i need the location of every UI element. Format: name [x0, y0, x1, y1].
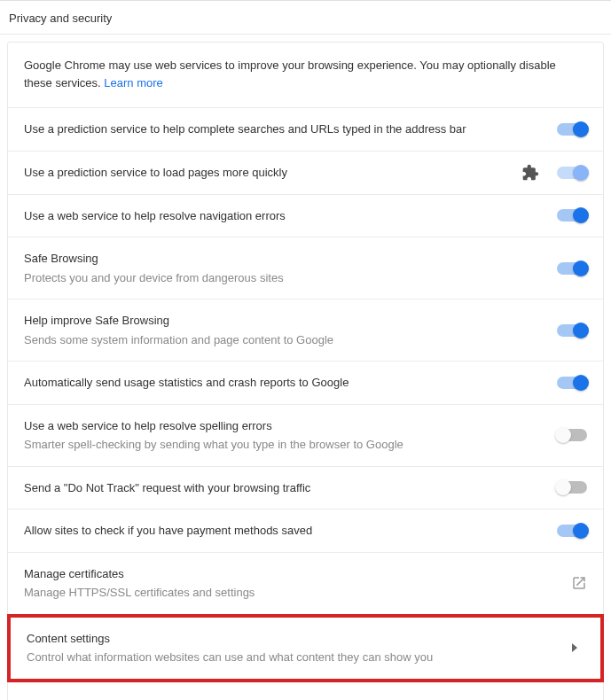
section-header: Privacy and security	[0, 0, 611, 35]
row-manage-certificates[interactable]: Manage certificates Manage HTTPS/SSL cer…	[8, 552, 603, 614]
row-spelling: Use a web service to help resolve spelli…	[8, 404, 603, 466]
row-title: Send a "Do Not Track" request with your …	[24, 479, 543, 497]
row-subtitle: Control what information websites can us…	[27, 649, 558, 666]
intro-block: Google Chrome may use web services to im…	[8, 43, 603, 107]
row-clear-browsing-data[interactable]: Clear browsing data Clear history, cooki…	[8, 682, 603, 701]
toggle-safe-browsing[interactable]	[557, 262, 587, 275]
row-improve-safe-browsing: Help improve Safe Browsing Sends some sy…	[8, 299, 603, 361]
row-subtitle: Sends some system information and page c…	[24, 331, 543, 349]
highlight-content-settings: Content settings Control what informatio…	[7, 614, 604, 682]
toggle-usage-stats[interactable]	[557, 377, 587, 389]
settings-card: Google Chrome may use web services to im…	[7, 42, 604, 700]
row-content-settings[interactable]: Content settings Control what informatio…	[11, 618, 600, 679]
row-safe-browsing: Safe Browsing Protects you and your devi…	[8, 237, 603, 299]
row-nav-errors: Use a web service to help resolve naviga…	[8, 194, 603, 237]
toggle-spelling[interactable]	[557, 429, 587, 441]
toggle-nav-errors[interactable]	[557, 209, 587, 222]
row-do-not-track: Send a "Do Not Track" request with your …	[8, 466, 603, 509]
row-prediction-pages: Use a prediction service to load pages m…	[8, 151, 603, 194]
row-title: Safe Browsing	[24, 250, 543, 268]
page-title: Privacy and security	[9, 12, 602, 25]
toggle-improve-safe-browsing[interactable]	[557, 324, 587, 337]
extension-icon	[521, 164, 539, 182]
row-subtitle: Manage HTTPS/SSL certificates and settin…	[24, 584, 557, 602]
row-title: Use a prediction service to help complet…	[24, 121, 543, 138]
row-payment-methods: Allow sites to check if you have payment…	[8, 509, 603, 552]
toggle-payment-methods[interactable]	[557, 525, 587, 537]
row-title: Allow sites to check if you have payment…	[24, 522, 543, 540]
row-title: Use a web service to help resolve spelli…	[24, 417, 543, 435]
row-title: Manage certificates	[24, 565, 557, 583]
toggle-prediction-pages[interactable]	[557, 167, 587, 179]
row-title: Automatically send usage statistics and …	[24, 374, 543, 392]
toggle-do-not-track[interactable]	[557, 481, 587, 494]
row-title: Content settings	[27, 630, 558, 648]
chevron-right-icon	[572, 643, 577, 652]
open-external-icon	[571, 575, 587, 591]
row-subtitle: Protects you and your device from danger…	[24, 269, 543, 287]
toggle-prediction-address[interactable]	[557, 123, 587, 136]
row-title: Clear browsing data	[24, 696, 560, 701]
learn-more-link[interactable]: Learn more	[104, 76, 162, 89]
row-title: Use a prediction service to load pages m…	[24, 164, 507, 182]
row-title: Help improve Safe Browsing	[24, 312, 543, 330]
row-title: Use a web service to help resolve naviga…	[24, 207, 543, 225]
row-usage-stats: Automatically send usage statistics and …	[8, 361, 603, 404]
row-prediction-address: Use a prediction service to help complet…	[8, 107, 603, 151]
row-subtitle: Smarter spell-checking by sending what y…	[24, 436, 543, 454]
